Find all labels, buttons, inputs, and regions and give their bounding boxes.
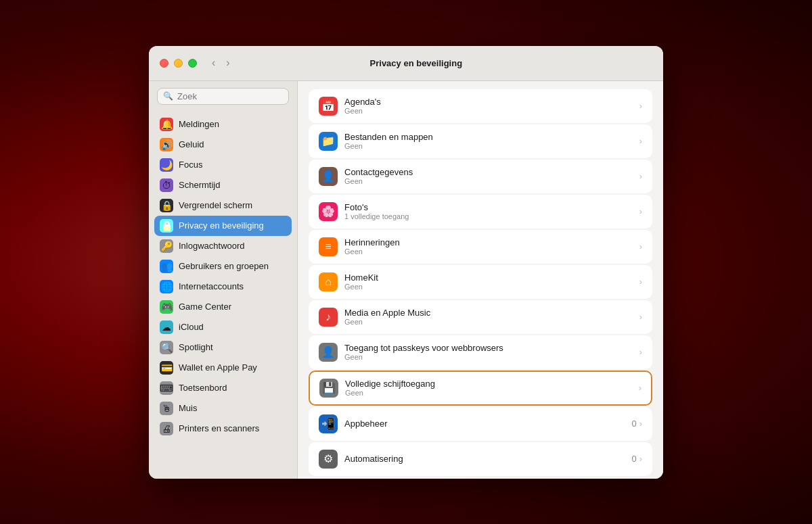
settings-icon-homekit: ⌂ — [319, 272, 338, 291]
chevron-icon-appbeheer: › — [639, 419, 642, 429]
settings-row-fotos[interactable]: 🌸Foto's1 volledige toegang› — [309, 195, 652, 229]
sidebar-item-inlogwachtwoord[interactable]: 🔑Inlogwachtwoord — [154, 236, 292, 256]
sidebar-item-schermtijd[interactable]: ⏱Schermtijd — [154, 175, 292, 195]
settings-icon-fotos: 🌸 — [319, 202, 338, 221]
sidebar-item-muis[interactable]: 🖱Muis — [154, 398, 292, 419]
sidebar-icon-gebruikers-groepen: 👥 — [160, 260, 173, 273]
settings-row-bestanden-mappen[interactable]: 📁Bestanden en mappenGeen› — [309, 124, 652, 158]
settings-text-herinneringen: HerinneringenGeen — [344, 237, 639, 256]
sidebar-item-spotlight[interactable]: 🔍Spotlight — [154, 337, 292, 358]
sidebar-icon-inlogwachtwoord: 🔑 — [160, 239, 173, 253]
sidebar-icon-spotlight: 🔍 — [160, 341, 173, 354]
chevron-icon-fotos: › — [639, 206, 642, 216]
search-input[interactable] — [177, 91, 283, 101]
sidebar-label-spotlight: Spotlight — [179, 342, 213, 352]
sidebar-item-privacy-beveiliging[interactable]: 🔒Privacy en beveiliging — [154, 216, 292, 236]
sidebar-label-schermtijd: Schermtijd — [179, 180, 220, 190]
sidebar-item-focus[interactable]: 🌙Focus — [154, 155, 292, 175]
sidebar-label-privacy-beveiliging: Privacy en beveiliging — [179, 220, 264, 231]
settings-title-media-apple-music: Media en Apple Music — [344, 308, 639, 318]
settings-text-contactgegevens: ContactgegevensGeen — [344, 167, 639, 185]
sidebar-item-geluid[interactable]: 🔊Geluid — [154, 135, 292, 155]
settings-list: 📅Agenda'sGeen›📁Bestanden en mappenGeen›👤… — [298, 81, 663, 479]
maximize-button[interactable] — [188, 59, 197, 68]
settings-row-appbeheer[interactable]: 📲Appbeheer0› — [309, 407, 652, 441]
settings-sub-bestanden-mappen: Geen — [344, 142, 639, 150]
sidebar-icon-privacy-beveiliging: 🔒 — [160, 219, 173, 233]
search-box[interactable]: 🔍 — [157, 88, 289, 105]
settings-row-automatisering[interactable]: ⚙Automatisering0› — [309, 442, 652, 476]
settings-icon-passkeys: 👤 — [319, 343, 338, 362]
sidebar-label-muis: Muis — [179, 403, 197, 413]
settings-text-bestanden-mappen: Bestanden en mappenGeen — [344, 132, 639, 150]
search-container: 🔍 — [149, 81, 297, 112]
settings-right-volledige-schijftoegang: › — [639, 383, 641, 393]
minimize-button[interactable] — [174, 59, 183, 68]
settings-right-herinneringen: › — [639, 241, 642, 252]
chevron-icon-media-apple-music: › — [639, 312, 642, 322]
sidebar-label-toetsenbord: Toetsenbord — [179, 383, 227, 393]
settings-right-homekit: › — [639, 277, 642, 287]
settings-icon-automatisering: ⚙ — [319, 450, 338, 469]
settings-title-herinneringen: Herinneringen — [344, 237, 639, 247]
chevron-icon-homekit: › — [639, 277, 642, 287]
sidebar-item-wallet-applepay[interactable]: 💳Wallet en Apple Pay — [154, 358, 292, 378]
back-button[interactable]: ‹ — [208, 55, 219, 70]
sidebar-icon-vergrendel-scherm: 🔒 — [160, 199, 173, 212]
settings-icon-herinneringen: ≡ — [319, 237, 338, 256]
sidebar-item-icloud[interactable]: ☁iCloud — [154, 317, 292, 337]
settings-right-passkeys: › — [639, 347, 642, 357]
sidebar-item-toetsenbord[interactable]: ⌨Toetsenbord — [154, 378, 292, 398]
main-content: 📅Agenda'sGeen›📁Bestanden en mappenGeen›👤… — [298, 81, 663, 479]
settings-row-media-apple-music[interactable]: ♪Media en Apple MusicGeen› — [309, 300, 652, 334]
sidebar-label-geluid: Geluid — [179, 139, 204, 149]
settings-row-contactgegevens[interactable]: 👤ContactgegevensGeen› — [309, 160, 652, 193]
settings-right-media-apple-music: › — [639, 312, 642, 322]
settings-row-passkeys[interactable]: 👤Toegang tot passkeys voor webbrowsersGe… — [309, 335, 652, 369]
sidebar-item-gebruikers-groepen[interactable]: 👥Gebruikers en groepen — [154, 256, 292, 277]
sidebar-item-meldingen[interactable]: 🔔Meldingen — [154, 114, 292, 135]
settings-right-automatisering: 0› — [631, 454, 642, 464]
settings-right-value-automatisering: 0 — [631, 454, 636, 464]
chevron-icon-contactgegevens: › — [639, 171, 642, 181]
sidebar-item-printers-scanners[interactable]: 🖨Printers en scanners — [154, 419, 292, 439]
settings-sub-contactgegevens: Geen — [344, 177, 639, 185]
sidebar: 🔍 🔔Meldingen🔊Geluid🌙Focus⏱Schermtijd🔒Ver… — [149, 81, 298, 479]
settings-title-passkeys: Toegang tot passkeys voor webbrowsers — [344, 343, 639, 353]
settings-text-volledige-schijftoegang: Volledige schijftoegangGeen — [345, 379, 639, 397]
sidebar-label-meldingen: Meldingen — [179, 119, 219, 129]
sidebar-label-icloud: iCloud — [179, 322, 204, 332]
settings-row-homekit[interactable]: ⌂HomeKitGeen› — [309, 265, 652, 299]
chevron-icon-volledige-schijftoegang: › — [639, 383, 641, 393]
sidebar-label-gebruikers-groepen: Gebruikers en groepen — [179, 261, 269, 271]
settings-row-agendas[interactable]: 📅Agenda'sGeen› — [309, 89, 652, 123]
sidebar-item-game-center[interactable]: 🎮Game Center — [154, 297, 292, 317]
settings-row-herinneringen[interactable]: ≡HerinneringenGeen› — [309, 230, 652, 264]
sidebar-icon-muis: 🖱 — [160, 402, 173, 415]
titlebar: ‹ › Privacy en beveiliging — [149, 46, 663, 81]
sidebar-icon-focus: 🌙 — [160, 158, 173, 172]
close-button[interactable] — [160, 59, 168, 68]
settings-title-automatisering: Automatisering — [344, 454, 631, 464]
sidebar-icon-icloud: ☁ — [160, 320, 173, 334]
settings-sub-agendas: Geen — [344, 107, 639, 115]
settings-icon-volledige-schijftoegang: 💾 — [319, 379, 338, 398]
forward-button[interactable]: › — [222, 55, 233, 70]
settings-row-volledige-schijftoegang[interactable]: 💾Volledige schijftoegangGeen› — [309, 371, 652, 406]
settings-right-bestanden-mappen: › — [639, 136, 642, 146]
settings-text-automatisering: Automatisering — [344, 454, 631, 464]
sidebar-label-wallet-applepay: Wallet en Apple Pay — [179, 362, 257, 373]
settings-text-media-apple-music: Media en Apple MusicGeen — [344, 308, 639, 326]
settings-right-contactgegevens: › — [639, 171, 642, 181]
settings-sub-homekit: Geen — [344, 283, 639, 291]
settings-title-agendas: Agenda's — [344, 97, 639, 107]
window-title: Privacy en beveiliging — [234, 58, 598, 68]
sidebar-label-vergrendel-scherm: Vergrendel scherm — [179, 200, 252, 210]
sidebar-item-vergrendel-scherm[interactable]: 🔒Vergrendel scherm — [154, 195, 292, 216]
search-icon: 🔍 — [163, 91, 173, 101]
traffic-lights — [160, 59, 197, 68]
sidebar-item-internetaccounts[interactable]: 🌐Internetaccounts — [154, 277, 292, 297]
settings-right-agendas: › — [639, 101, 642, 111]
sidebar-icon-geluid: 🔊 — [160, 138, 173, 151]
sidebar-icon-toetsenbord: ⌨ — [160, 381, 173, 395]
